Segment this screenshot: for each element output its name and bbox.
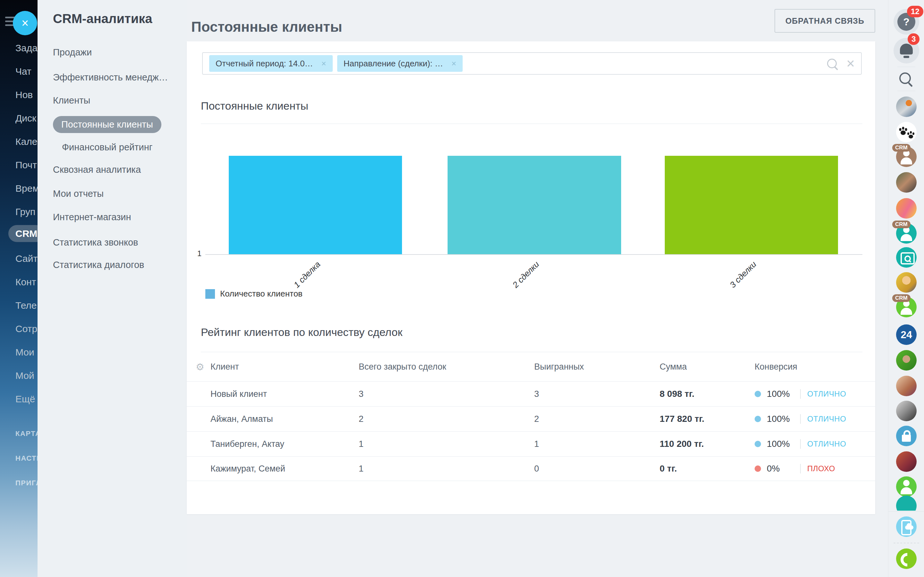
filter-chip-report-period-label: Отчетный период: 14.0… bbox=[216, 59, 313, 69]
cell-won: 1 bbox=[534, 439, 660, 449]
menu-item-call-statistics[interactable]: Статистика звонков bbox=[53, 237, 138, 248]
sidebar-item-disk[interactable]: Диск bbox=[15, 113, 36, 124]
cell-divider bbox=[800, 389, 801, 399]
table-row[interactable]: Таниберген, Актау 1 1 110 200 тг. 100% О… bbox=[187, 431, 875, 456]
sidebar-item-more[interactable]: Ещё bbox=[15, 394, 35, 405]
chart-bar-3-deals[interactable] bbox=[665, 156, 838, 254]
table-section-title: Рейтинг клиентов по количеству сделок bbox=[201, 326, 402, 338]
avatar[interactable] bbox=[896, 97, 917, 117]
avatar-crm-contact[interactable]: CRM bbox=[896, 223, 917, 243]
sidebar-item-crm[interactable]: CRM bbox=[15, 228, 37, 239]
sidebar-item-employees[interactable]: Сотр bbox=[15, 324, 37, 334]
sidebar-item-crm-label: CRM bbox=[8, 225, 37, 242]
panel-title: CRM-аналитика bbox=[53, 11, 152, 26]
menu-item-sales[interactable]: Продажи bbox=[53, 47, 92, 58]
status-badge: ОТЛИЧНО bbox=[807, 440, 846, 448]
sidebar-item-news[interactable]: Нов bbox=[15, 89, 33, 100]
sidebar-item-telephony[interactable]: Теле bbox=[15, 300, 37, 311]
messenger-close-button[interactable]: × bbox=[13, 11, 37, 35]
sidebar-item-time[interactable]: Врем bbox=[15, 183, 37, 194]
menu-item-repeat-clients-label: Постоянные клиенты bbox=[53, 116, 162, 133]
filter-search-bar[interactable]: Отчетный период: 14.0… × Направление (сд… bbox=[202, 52, 862, 75]
cell-divider bbox=[800, 464, 801, 474]
cell-total: 2 bbox=[359, 414, 534, 424]
crm-badge: CRM bbox=[892, 144, 911, 152]
filter-chip-deal-direction[interactable]: Направление (сделки): … × bbox=[337, 55, 463, 72]
avatar[interactable] bbox=[896, 272, 917, 293]
conversion-percent: 0% bbox=[767, 464, 794, 474]
menu-item-financial-rating[interactable]: Финансовый рейтинг bbox=[62, 142, 152, 153]
cell-conversion: 100% ОТЛИЧНО bbox=[754, 389, 875, 399]
mobile-app-icon[interactable] bbox=[896, 516, 917, 537]
menu-item-end-to-end-analytics[interactable]: Сквозная аналитика bbox=[53, 164, 141, 175]
conversion-percent: 100% bbox=[767, 439, 794, 449]
table-row[interactable]: Айжан, Алматы 2 2 177 820 тг. 100% ОТЛИЧ… bbox=[187, 406, 875, 431]
menu-item-manager-efficiency[interactable]: Эффективность менедж… bbox=[53, 72, 168, 83]
bell-icon[interactable] bbox=[900, 44, 913, 55]
sidebar-item-invite[interactable]: ПРИГЛ bbox=[15, 479, 37, 487]
column-header-sum: Сумма bbox=[660, 362, 754, 372]
avatar-paws[interactable] bbox=[896, 122, 917, 142]
avatar[interactable] bbox=[896, 198, 917, 219]
sidebar-item-calendar[interactable]: Кале bbox=[15, 136, 37, 147]
rail-divider bbox=[897, 67, 915, 67]
menu-item-online-store[interactable]: Интернет-магазин bbox=[53, 212, 131, 222]
sidebar-item-sitemap[interactable]: КАРТА bbox=[15, 430, 37, 438]
avatar-crm-contact[interactable]: CRM bbox=[896, 297, 917, 318]
avatar-clipped[interactable] bbox=[888, 496, 924, 511]
bitrix24-logo[interactable]: 24 bbox=[896, 324, 917, 345]
sidebar-item-tasks[interactable]: Зада bbox=[15, 43, 37, 53]
avatar[interactable] bbox=[896, 401, 917, 421]
filter-chip-deal-direction-label: Направление (сделки): … bbox=[344, 59, 443, 69]
menu-item-my-reports[interactable]: Мои отчеты bbox=[53, 189, 103, 199]
chip-close-icon[interactable]: × bbox=[321, 59, 326, 69]
gear-icon[interactable]: ⚙ bbox=[196, 361, 210, 372]
table-row[interactable]: Кажимурат, Семей 1 0 0 тг. 0% ПЛОХО bbox=[187, 456, 875, 481]
avatar[interactable] bbox=[896, 451, 917, 472]
rail-divider bbox=[897, 91, 915, 91]
chart-bar-2-deals[interactable] bbox=[447, 156, 621, 254]
column-header-won: Выигранных bbox=[534, 362, 660, 372]
avatar[interactable] bbox=[896, 350, 917, 371]
conversion-dot bbox=[754, 391, 761, 397]
sidebar-item-contact-center[interactable]: Конт bbox=[15, 277, 36, 287]
lock-icon[interactable] bbox=[896, 426, 917, 446]
status-badge: ПЛОХО bbox=[807, 464, 835, 473]
avatar-contact[interactable] bbox=[896, 476, 917, 497]
chip-close-icon[interactable]: × bbox=[451, 59, 456, 69]
sidebar-item-chat[interactable]: Чат bbox=[15, 66, 31, 77]
avatar-crm-contact[interactable]: CRM bbox=[896, 147, 917, 167]
section-divider bbox=[201, 123, 863, 124]
menu-item-repeat-clients[interactable]: Постоянные клиенты bbox=[53, 116, 162, 133]
paw-icon bbox=[896, 122, 917, 142]
conversion-percent: 100% bbox=[767, 389, 794, 399]
sidebar-item-mail[interactable]: Почт bbox=[15, 160, 37, 171]
chart-bar-1-deal[interactable] bbox=[229, 156, 402, 254]
avatar[interactable] bbox=[896, 376, 917, 396]
table-row[interactable]: Новый клиент 3 3 8 098 тг. 100% ОТЛИЧНО bbox=[187, 381, 875, 406]
cell-sum: 110 200 тг. bbox=[660, 439, 754, 449]
clear-filter-icon[interactable]: × bbox=[846, 56, 855, 71]
menu-item-clients[interactable]: Клиенты bbox=[53, 95, 90, 106]
cell-total: 1 bbox=[359, 464, 534, 474]
sidebar-item-my-1[interactable]: Мои bbox=[15, 347, 34, 358]
feedback-button[interactable]: ОБРАТНАЯ СВЯЗЬ bbox=[774, 9, 875, 33]
page-title: Постоянные клиенты bbox=[191, 19, 342, 35]
cell-client: Кажимурат, Семей bbox=[210, 464, 359, 474]
search-icon[interactable] bbox=[899, 73, 911, 84]
sidebar-item-my-2[interactable]: Мой bbox=[15, 370, 34, 381]
avatar[interactable] bbox=[896, 172, 917, 193]
main-content: Постоянные клиенты ОБРАТНАЯ СВЯЗЬ Отчетн… bbox=[187, 0, 888, 577]
cell-won: 2 bbox=[534, 414, 660, 424]
telephony-icon[interactable] bbox=[896, 548, 917, 569]
sidebar-item-configure-menu[interactable]: НАСТР bbox=[15, 454, 37, 463]
browser-search-icon[interactable] bbox=[896, 247, 917, 268]
conversion-percent: 100% bbox=[767, 414, 794, 424]
sidebar-item-sites[interactable]: Сайт bbox=[15, 253, 37, 264]
sidebar-item-groups[interactable]: Груп bbox=[15, 206, 35, 218]
menu-item-dialog-statistics[interactable]: Статистика диалогов bbox=[53, 259, 144, 270]
search-icon[interactable] bbox=[827, 59, 837, 68]
main-sidebar: Би × Зада Чат Нов Диск Кале Почт Врем Гр… bbox=[0, 0, 37, 577]
filter-chip-report-period[interactable]: Отчетный период: 14.0… × bbox=[209, 55, 333, 72]
cell-won: 0 bbox=[534, 464, 660, 474]
